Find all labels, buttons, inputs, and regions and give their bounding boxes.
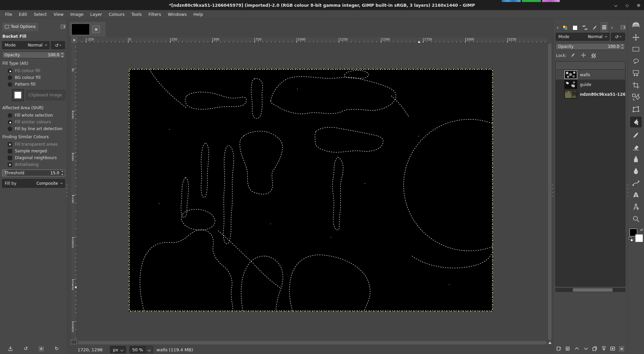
menu-edit[interactable]: Edit [16,11,30,18]
menu-help[interactable]: Help [191,11,206,18]
colour-swatch-widget[interactable]: ⇄ [629,228,643,242]
panel-resize-grip[interactable] [552,184,553,197]
mode-reset-button[interactable]: ↺ [51,41,65,49]
menu-tools[interactable]: Tools [128,11,145,18]
tool-smudge[interactable] [631,167,641,175]
delete-layer-button[interactable]: × [618,345,625,352]
zoom-select-button[interactable] [146,346,153,353]
threshold-spinner[interactable] [61,171,64,175]
delete-tool-preset-button[interactable]: × [37,345,45,352]
checkbox-fill-transparent[interactable]: × Fill transparent areas [2,141,65,148]
dock-tabs-scroll-left-icon[interactable]: ‹ [555,25,560,33]
zoom-level-input[interactable]: 50 % [129,346,146,353]
menu-select[interactable]: Select [31,11,50,18]
radio-fill-line-art[interactable]: Fill by line art detection [2,125,65,132]
menu-view[interactable]: View [51,11,67,18]
tab-tool-history[interactable] [580,23,589,33]
tool-paths[interactable] [631,179,641,187]
duplicate-layer-button[interactable] [591,345,598,352]
tool-zoom[interactable] [631,214,641,223]
opacity-slider[interactable]: Opacity 100.0 [2,52,65,58]
merge-down-button[interactable] [600,345,608,352]
menu-filters[interactable]: Filters [145,11,164,18]
swap-colours-icon[interactable]: ⇄ [640,228,643,232]
tool-paintbrush[interactable] [631,131,641,140]
image-canvas[interactable] [129,69,493,312]
layer-row-guide[interactable]: guide [556,80,625,89]
tool-ink[interactable] [631,155,641,164]
minimize-icon[interactable] [613,2,618,8]
layer-row-image[interactable]: ndzn80c9kxa51-12660 [556,89,625,99]
tool-eraser[interactable] [631,143,641,151]
layer-list-scrollbar-thumb[interactable] [573,288,613,292]
layer-list-scrollbar[interactable] [555,288,625,292]
close-window-icon[interactable]: ⊗ [636,2,641,8]
tab-tool-options[interactable]: Tool Options [2,22,39,31]
vertical-ruler[interactable]: 0 250 500 750 1000 1250 1500 [71,43,77,340]
horizontal-scrollbar-thumb[interactable] [78,341,547,345]
unit-select[interactable]: px [110,346,126,353]
layer-mode-select[interactable]: Mode Normal [556,33,610,41]
radio-fill-whole-selection[interactable]: Fill whole selection [2,112,65,119]
layer-row-walls[interactable]: walls [556,70,625,80]
radio-pattern-fill[interactable]: Pattern fill [2,81,65,88]
maximize-icon[interactable]: ◇ [624,2,630,8]
reset-tool-options-button[interactable]: ↻ [53,345,61,352]
radio-bg-colour-fill[interactable]: BG colour fill [2,74,65,81]
tab-colours[interactable] [561,23,570,33]
fg-colour-swatch[interactable] [12,89,24,101]
dock-tabs-scroll-right-icon[interactable]: › [610,25,614,33]
default-colours-icon[interactable] [629,237,633,241]
lock-alpha-icon[interactable] [591,54,596,58]
quick-mask-toggle[interactable] [71,340,77,344]
tool-rectangle-select[interactable] [631,45,641,54]
save-tool-preset-button[interactable] [6,345,14,352]
tab-menu-icon[interactable] [61,25,65,29]
image-tab[interactable]: × [69,21,106,37]
restore-tool-preset-button[interactable]: ↺ [22,345,30,352]
menu-image[interactable]: Image [67,11,86,18]
menu-windows[interactable]: Windows [165,11,190,18]
menu-colours[interactable]: Colours [106,11,127,18]
tool-move[interactable] [631,33,641,42]
layer-opacity-slider[interactable]: Opacity 100.0 [556,43,625,50]
lower-layer-button[interactable] [582,345,590,352]
tool-fuzzy-select[interactable] [631,69,641,78]
checkbox-sample-merged[interactable]: Sample merged [2,148,65,154]
tool-unified-transform[interactable] [631,93,641,101]
tool-bucket-fill[interactable] [630,117,642,127]
threshold-slider[interactable]: Threshold 15.0 [2,170,65,176]
menu-file[interactable]: File [2,11,15,18]
tool-measure[interactable] [631,203,641,211]
tool-handle-transform[interactable] [631,105,641,114]
tab-layers[interactable] [600,21,609,33]
layer-opacity-spinner[interactable] [621,44,624,49]
tool-text[interactable]: A [631,190,641,199]
raise-layer-button[interactable] [573,345,581,352]
tab-paintbrush[interactable] [590,23,599,33]
close-image-icon[interactable]: × [92,26,100,33]
background-colour-swatch[interactable] [635,234,643,242]
add-layer-mask-button[interactable] [609,345,616,352]
radio-fill-similar-colours[interactable]: Fill similar colours [2,119,65,125]
paint-mode-select[interactable]: Mode Normal [2,41,50,49]
panel-resize-grip[interactable] [66,184,67,197]
checkbox-diagonal-neighbours[interactable]: Diagonal neighbours [2,154,65,161]
tab-brushes[interactable] [570,23,580,33]
lock-pixels-icon[interactable] [570,53,576,59]
layer-mode-reset-button[interactable]: ↺ [611,33,625,41]
ruler-origin-button[interactable] [71,37,77,43]
new-layer-button[interactable] [555,345,563,352]
dock-menu-icon[interactable] [621,25,625,29]
opacity-spinner[interactable] [61,53,64,57]
panel-resize-grip[interactable] [627,184,628,197]
tool-crop[interactable] [631,81,641,90]
clipboard-image-button[interactable]: Clipboard Image [26,90,65,100]
radio-fg-colour-fill[interactable]: FG colour fill [2,67,65,74]
new-layer-group-button[interactable] [564,345,572,352]
horizontal-ruler[interactable]: -250 0 250 500 750 1000 1250 1500 1750 2… [78,37,548,43]
menu-layer[interactable]: Layer [87,11,105,18]
vertical-scrollbar-thumb[interactable] [548,43,552,340]
checkbox-antialiasing[interactable]: × Antialiasing [2,161,65,168]
navigation-preview-button[interactable] [548,341,552,345]
